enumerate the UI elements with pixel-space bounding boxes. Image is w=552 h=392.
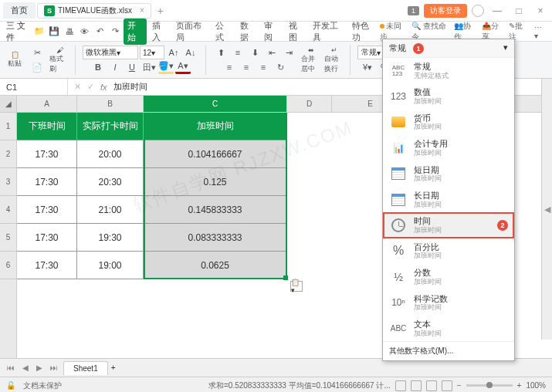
sheet-add[interactable]: + (111, 363, 116, 372)
format-long-date[interactable]: 长日期加班时间 (383, 187, 514, 212)
zoom-in-icon[interactable]: + (517, 381, 522, 390)
row-header[interactable]: 3 (0, 168, 16, 196)
italic-icon[interactable]: I (107, 60, 123, 74)
col-header[interactable]: D (287, 96, 332, 112)
text-dir-icon[interactable]: ↻ (273, 60, 288, 74)
cell[interactable]: 0.0625 (144, 252, 287, 279)
format-time[interactable]: 时间加班时间2 (383, 212, 514, 238)
cut-icon[interactable]: ✂ (29, 46, 45, 59)
format-general[interactable]: ABC123常规无特定格式 (383, 58, 514, 83)
cell[interactable]: 17:30 (17, 168, 77, 196)
save-icon[interactable]: 💾 (48, 25, 62, 39)
cell[interactable]: 0.145833333 (144, 196, 287, 224)
view-reader-icon[interactable] (442, 380, 452, 391)
tab-add[interactable]: + (151, 3, 170, 19)
format-accounting[interactable]: 📊会计专用加班时间 (383, 135, 514, 161)
row-header[interactable]: 4 (0, 196, 16, 224)
cell[interactable]: 17:30 (17, 224, 77, 252)
cell[interactable]: 17:30 (17, 252, 77, 279)
align-bot-icon[interactable]: ⬇ (247, 46, 262, 59)
merge-button[interactable]: ⬌合并居中 (301, 45, 321, 76)
sheet-nav-next[interactable]: ▶ (34, 363, 45, 372)
menu-layout[interactable]: 页面布局 (172, 19, 210, 45)
cell[interactable]: 20:00 (77, 140, 144, 168)
menu-dev[interactable]: 开发工具 (309, 19, 347, 45)
format-percent[interactable]: %百分比加班时间 (383, 238, 514, 264)
indent-dec-icon[interactable]: ⇤ (264, 46, 279, 59)
font-select[interactable]: 微软雅黑 ▾ (83, 46, 138, 59)
align-left-icon[interactable]: ≡ (222, 60, 237, 74)
undo-icon[interactable]: ↶ (93, 25, 107, 39)
underline-icon[interactable]: U (124, 60, 140, 74)
format-number[interactable]: 123数值加班时间 (383, 83, 514, 109)
paste-options-icon[interactable]: 📋▾ (290, 281, 303, 292)
menu-review[interactable]: 审阅 (260, 19, 283, 45)
align-mid-icon[interactable]: ≡ (230, 46, 246, 59)
side-panel-toggle[interactable]: ◀ (541, 79, 552, 340)
dec-font-icon[interactable]: A↓ (183, 46, 198, 59)
cell[interactable]: 17:30 (17, 140, 77, 168)
menu-more[interactable]: ⋯ ▾ (534, 23, 546, 40)
login-button[interactable]: 访客登录 (424, 4, 467, 18)
cell[interactable]: 0.083333333 (144, 224, 287, 252)
tab-file[interactable]: S TIMEVALUE函数.xlsx × (37, 3, 151, 19)
view-break-icon[interactable] (426, 380, 437, 391)
cell[interactable]: 下班时间 (17, 113, 77, 140)
col-header[interactable]: A (17, 96, 77, 112)
col-header[interactable]: B (77, 96, 144, 112)
cell[interactable]: 19:30 (77, 224, 144, 252)
notif-badge[interactable]: 1 (408, 6, 419, 15)
preview-icon[interactable]: 👁 (78, 25, 92, 39)
border-icon[interactable]: 田▾ (141, 60, 157, 74)
print-icon[interactable]: 🖶 (63, 25, 76, 39)
avatar-icon[interactable] (472, 5, 484, 17)
size-select[interactable]: 12 ▾ (140, 46, 164, 59)
sheet-tab[interactable]: Sheet1 (63, 361, 108, 375)
inc-font-icon[interactable]: A↑ (166, 46, 181, 59)
format-text[interactable]: ABC文本加班时间 (383, 316, 514, 341)
align-center-icon[interactable]: ≡ (239, 60, 254, 74)
formula-bar[interactable]: 加班时间 (113, 81, 147, 93)
name-box[interactable]: C1 (0, 79, 68, 95)
menu-special[interactable]: 特色功 (348, 19, 378, 45)
menu-insert[interactable]: 插入 (148, 19, 171, 45)
menu-formula[interactable]: 公式 (212, 19, 234, 45)
cell[interactable]: 21:00 (77, 196, 144, 224)
format-currency[interactable]: 货币加班时间 (383, 110, 514, 135)
row-header[interactable]: 2 (0, 140, 16, 168)
sheet-nav-last[interactable]: ⏭ (48, 363, 60, 372)
cell[interactable]: 20:30 (77, 168, 144, 196)
close-tab-icon[interactable]: × (140, 6, 144, 15)
zoom-value[interactable]: 100% (526, 381, 546, 390)
copy-icon[interactable]: 📄 (29, 60, 45, 74)
maximize-button[interactable]: □ (510, 5, 527, 16)
redo-icon[interactable]: ↷ (108, 25, 122, 39)
sheet-nav-prev[interactable]: ◀ (20, 363, 31, 372)
cell[interactable]: 17:30 (17, 196, 77, 224)
view-page-icon[interactable] (411, 380, 422, 391)
align-right-icon[interactable]: ≡ (256, 60, 271, 74)
font-color-icon[interactable]: A▾ (175, 60, 191, 74)
zoom-out-icon[interactable]: − (457, 381, 462, 390)
format-fraction[interactable]: ½分数加班时间 (383, 264, 514, 289)
fill-icon[interactable]: 🪣▾ (158, 60, 174, 74)
format-brush[interactable]: 🖌格式刷 (49, 45, 69, 76)
open-icon[interactable]: 📁 (32, 25, 46, 39)
fx-icon[interactable]: fx (100, 83, 107, 92)
paste-button[interactable]: 📋粘贴 (5, 45, 25, 76)
format-scientific[interactable]: 10ⁿ科学记数加班时间 (383, 290, 514, 316)
format-more[interactable]: 其他数字格式(M)... (383, 341, 514, 360)
cell[interactable]: 0.125 (144, 168, 287, 196)
file-menu[interactable]: 三 文件 (6, 20, 31, 43)
sheet-nav-first[interactable]: ⏮ (5, 363, 17, 372)
wrap-button[interactable]: ↵自动换行 (324, 45, 344, 76)
minimize-button[interactable]: — (489, 5, 506, 16)
tab-home[interactable]: 首页 (3, 2, 36, 19)
format-short-date[interactable]: 短日期加班时间 (383, 161, 514, 187)
menu-data[interactable]: 数据 (236, 19, 259, 45)
bold-icon[interactable]: B (90, 60, 106, 74)
cell[interactable]: 实际打卡时间 (77, 113, 144, 140)
cell[interactable]: 0.104166667 (144, 140, 287, 168)
menu-start[interactable]: 开始 (124, 19, 146, 45)
currency-icon[interactable]: ¥▾ (360, 60, 375, 74)
